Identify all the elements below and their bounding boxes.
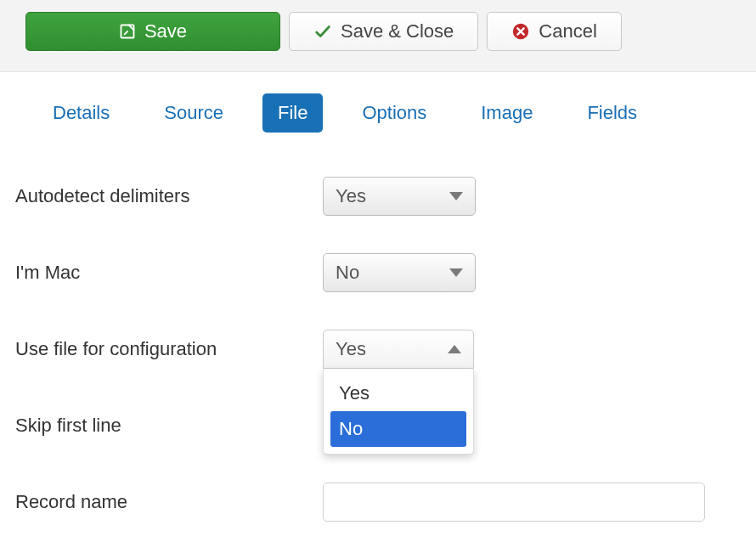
cancel-button[interactable]: Cancel	[487, 12, 621, 51]
usefile-select[interactable]: Yes Yes No	[323, 330, 474, 369]
usefile-option-yes[interactable]: Yes	[330, 375, 466, 411]
save-close-button[interactable]: Save & Close	[289, 12, 478, 51]
check-icon	[313, 22, 332, 41]
autodetect-select[interactable]: Yes	[323, 177, 476, 216]
form-area: Autodetect delimiters Yes I'm Mac No Use…	[0, 150, 756, 540]
record-name-input[interactable]	[323, 483, 705, 522]
save-close-button-label: Save & Close	[341, 20, 454, 42]
usefile-select-value: Yes	[336, 338, 366, 360]
tab-options[interactable]: Options	[347, 93, 442, 133]
row-autodetect: Autodetect delimiters Yes	[15, 158, 741, 234]
mac-select-value: No	[336, 262, 359, 284]
cancel-icon	[511, 22, 530, 41]
skip-label: Skip first line	[15, 415, 323, 437]
row-usefile: Use file for configuration Yes Yes No	[15, 311, 741, 387]
tab-fields[interactable]: Fields	[572, 93, 652, 133]
save-button-label: Save	[144, 20, 187, 42]
mac-label: I'm Mac	[15, 262, 323, 284]
record-label: Record name	[15, 491, 323, 513]
usefile-option-no[interactable]: No	[330, 411, 466, 447]
usefile-dropdown: Yes No	[323, 369, 474, 455]
tabs-nav: Details Source File Options Image Fields	[0, 72, 756, 150]
usefile-label: Use file for configuration	[15, 338, 323, 360]
tab-source[interactable]: Source	[149, 93, 239, 133]
save-button[interactable]: Save	[25, 12, 280, 51]
autodetect-select-value: Yes	[336, 185, 366, 207]
mac-select[interactable]: No	[323, 253, 476, 292]
tab-details[interactable]: Details	[37, 93, 125, 133]
autodetect-label: Autodetect delimiters	[15, 185, 323, 207]
toolbar: Save Save & Close Cancel	[0, 0, 756, 72]
tab-image[interactable]: Image	[465, 93, 548, 133]
cancel-button-label: Cancel	[539, 20, 596, 42]
chevron-down-icon	[449, 192, 463, 200]
tab-file[interactable]: File	[262, 93, 323, 133]
chevron-down-icon	[449, 268, 463, 277]
row-mac: I'm Mac No	[15, 234, 741, 311]
edit-save-icon	[119, 23, 136, 40]
row-record: Record name	[15, 464, 741, 540]
usefile-select-current[interactable]: Yes	[323, 330, 474, 369]
chevron-up-icon	[448, 345, 461, 353]
